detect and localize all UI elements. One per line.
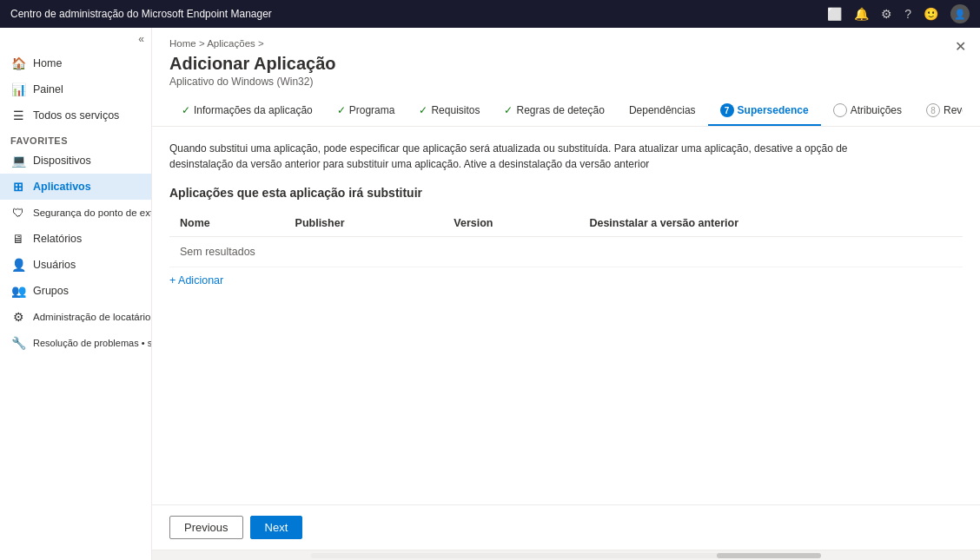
aplicativos-icon: ⊞ bbox=[10, 180, 26, 194]
sidebar-item-painel[interactable]: 📊 Painel bbox=[0, 76, 151, 102]
tab-check-icon: ✓ bbox=[182, 104, 190, 116]
panel-subtitle: Aplicativo do Windows (Win32) bbox=[169, 76, 963, 88]
breadcrumb-sep2: > bbox=[258, 38, 264, 49]
sidebar-item-aplicativos-label: Aplicativos bbox=[33, 181, 91, 193]
help-icon[interactable]: ? bbox=[904, 7, 911, 21]
tab-informacoes-label: Informações da aplicação bbox=[194, 104, 313, 116]
next-button[interactable]: Next bbox=[250, 516, 303, 539]
favorites-section: FAVORITES bbox=[0, 128, 151, 148]
tab-dependencias-label: Dependências bbox=[629, 104, 696, 116]
apps-table: Nome Publisher Version Desinstalar a ver… bbox=[169, 210, 963, 267]
tab-regras-detecao[interactable]: ✓ Regras de deteção bbox=[492, 97, 616, 125]
sidebar-item-home-label: Home bbox=[33, 57, 62, 69]
sidebar-item-todos-servicos[interactable]: ☰ Todos os serviços bbox=[0, 102, 151, 128]
tab-requisitos-label: Requisitos bbox=[431, 104, 480, 116]
usuarios-icon: 👤 bbox=[10, 258, 26, 272]
home-icon: 🏠 bbox=[10, 56, 26, 70]
sidebar-item-usuarios[interactable]: 👤 Usuários bbox=[0, 252, 151, 278]
no-results-cell: Sem resultados bbox=[169, 237, 963, 267]
sidebar-item-grupos-label: Grupos bbox=[33, 285, 69, 297]
col-version: Version bbox=[443, 210, 579, 237]
tab-check-icon: ✓ bbox=[419, 104, 427, 116]
sidebar-item-grupos[interactable]: 👥 Grupos bbox=[0, 278, 151, 304]
sidebar-item-resolucao-label: Resolução de problemas • suporte bbox=[33, 338, 151, 348]
sidebar-item-seguranca-label: Segurança do ponto de extremidade bbox=[33, 208, 151, 218]
close-button[interactable]: ✕ bbox=[955, 38, 966, 55]
sidebar-item-usuarios-label: Usuários bbox=[33, 259, 76, 271]
panel-header: Home > Aplicações > Adicionar Aplicação … bbox=[152, 28, 980, 127]
tab-outline-circle-8: 8 bbox=[926, 103, 940, 117]
sidebar-item-resolucao[interactable]: 🔧 Resolução de problemas • suporte bbox=[0, 330, 151, 356]
gear-icon[interactable]: ⚙ bbox=[881, 7, 892, 21]
tab-outline-circle bbox=[833, 103, 847, 117]
panel: Home > Aplicações > Adicionar Aplicação … bbox=[152, 28, 980, 550]
tab-rever-criar-label: Rever • criar bbox=[944, 104, 963, 116]
sidebar-item-home[interactable]: 🏠 Home bbox=[0, 50, 151, 76]
tab-check-icon: ✓ bbox=[504, 104, 513, 116]
col-publisher: Publisher bbox=[285, 210, 444, 237]
sidebar: « 🏠 Home 📊 Painel ☰ Todos os serviços FA… bbox=[0, 28, 152, 560]
breadcrumb-apps[interactable]: Aplicações bbox=[207, 38, 255, 49]
content-area: Home > Aplicações > Adicionar Aplicação … bbox=[152, 28, 980, 560]
sidebar-item-relatorios-label: Relatórios bbox=[33, 233, 82, 245]
topbar: Centro de administração do Microsoft End… bbox=[0, 0, 980, 28]
sidebar-item-aplicativos[interactable]: ⊞ Aplicativos bbox=[0, 174, 151, 200]
sidebar-item-painel-label: Painel bbox=[33, 83, 63, 96]
page-title: Adicionar Aplicação bbox=[169, 54, 963, 74]
painel-icon: 📊 bbox=[10, 82, 26, 96]
tab-rever-criar[interactable]: 8 Rever • criar bbox=[914, 96, 963, 126]
screen-icon[interactable]: ⬜ bbox=[827, 7, 842, 21]
previous-button[interactable]: Previous bbox=[169, 516, 243, 539]
grupos-icon: 👥 bbox=[10, 284, 26, 298]
tab-atribuicoes-label: Atribuições bbox=[851, 104, 902, 116]
topbar-title: Centro de administração do Microsoft End… bbox=[10, 8, 827, 20]
breadcrumb: Home > Aplicações > bbox=[169, 38, 963, 49]
emoji-icon[interactable]: 🙂 bbox=[924, 7, 938, 21]
sidebar-item-administracao[interactable]: ⚙ Administração de locatário bbox=[0, 304, 151, 330]
todos-icon: ☰ bbox=[10, 109, 26, 122]
panel-footer: Previous Next bbox=[152, 504, 980, 550]
section-title: Aplicações que esta aplicação irá substi… bbox=[169, 186, 963, 200]
sidebar-item-relatorios[interactable]: 🖥 Relatórios bbox=[0, 226, 151, 252]
topbar-icons: ⬜ 🔔 ⚙ ? 🙂 👤 bbox=[827, 4, 970, 23]
tab-active-circle: 7 bbox=[720, 103, 734, 117]
dispositivos-icon: 💻 bbox=[10, 154, 26, 168]
resolucao-icon: 🔧 bbox=[10, 336, 26, 350]
sidebar-item-dispositivos-label: Dispositivos bbox=[33, 155, 91, 167]
collapse-button[interactable]: « bbox=[0, 28, 151, 50]
breadcrumb-home[interactable]: Home bbox=[169, 38, 196, 49]
sidebar-item-administracao-label: Administração de locatário bbox=[33, 312, 151, 322]
sidebar-item-todos-label: Todos os serviços bbox=[33, 109, 119, 122]
tab-programa[interactable]: ✓ Programa bbox=[325, 97, 407, 125]
sidebar-item-seguranca[interactable]: 🛡 Segurança do ponto de extremidade bbox=[0, 200, 151, 226]
tab-regras-label: Regras de deteção bbox=[516, 104, 604, 116]
tab-atribuicoes[interactable]: Atribuições bbox=[821, 96, 914, 126]
col-nome: Nome bbox=[169, 210, 285, 237]
bottom-scrollbar[interactable] bbox=[152, 550, 980, 560]
tab-strip: ✓ Informações da aplicação ✓ Programa ✓ … bbox=[169, 96, 963, 126]
user-icon[interactable]: 👤 bbox=[950, 4, 970, 23]
bell-icon[interactable]: 🔔 bbox=[854, 7, 869, 21]
tab-dependencias[interactable]: Dependências bbox=[617, 97, 708, 125]
tab-supersedence[interactable]: 7 Supersedence bbox=[708, 96, 821, 126]
sidebar-item-dispositivos[interactable]: 💻 Dispositivos bbox=[0, 148, 151, 174]
seguranca-icon: 🛡 bbox=[10, 206, 26, 220]
tab-check-icon: ✓ bbox=[337, 104, 346, 116]
tab-supersedence-label: Supersedence bbox=[738, 104, 809, 116]
scroll-track[interactable] bbox=[311, 553, 821, 558]
tab-programa-label: Programa bbox=[349, 104, 395, 116]
tab-informacoes[interactable]: ✓ Informações da aplicação bbox=[169, 97, 325, 125]
breadcrumb-sep1: > bbox=[199, 38, 207, 49]
relatorios-icon: 🖥 bbox=[10, 232, 26, 246]
add-link[interactable]: + Adicionar bbox=[169, 274, 223, 287]
scroll-thumb[interactable] bbox=[717, 553, 821, 558]
table-row-empty: Sem resultados bbox=[169, 237, 963, 267]
col-desinstalar: Desinstalar a versão anterior bbox=[579, 210, 963, 237]
tab-requisitos[interactable]: ✓ Requisitos bbox=[407, 97, 492, 125]
panel-body: Quando substitui uma aplicação, pode esp… bbox=[152, 127, 980, 504]
info-text: Quando substitui uma aplicação, pode esp… bbox=[169, 141, 882, 172]
administracao-icon: ⚙ bbox=[10, 310, 26, 324]
